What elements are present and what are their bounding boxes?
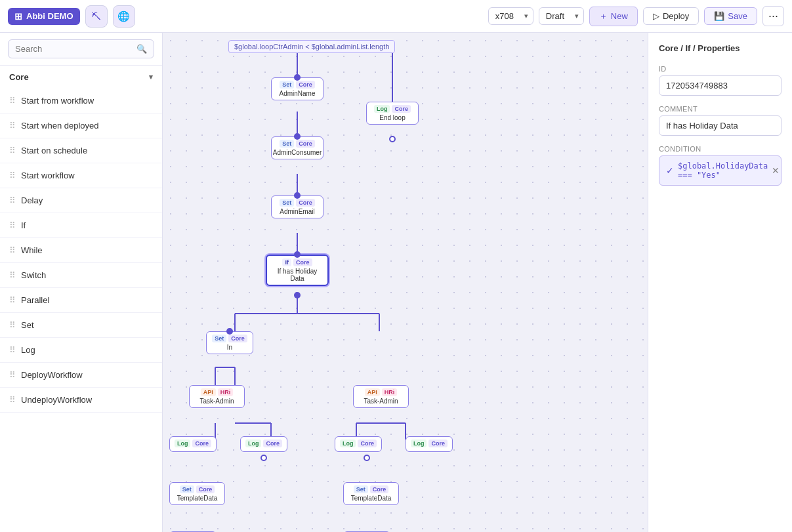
core-tag: Core (296, 140, 315, 148)
workflow-id-select[interactable]: x708 (488, 7, 533, 25)
core-section: Core ▾ ⠿ Start from workflow ⠿ Start whe… (0, 66, 162, 413)
log-node-1[interactable]: Log Core (169, 436, 217, 452)
right-panel: Core / If / Properties ID Comment Condit… (648, 33, 792, 532)
sidebar-item-label: Start when deployed (21, 121, 99, 131)
panel-comment-input[interactable] (659, 115, 782, 136)
search-icon: 🔍 (136, 44, 147, 54)
save-button[interactable]: 💾 Save (704, 7, 757, 25)
deploy-button[interactable]: ▷ Deploy (643, 7, 699, 25)
if-tag: If (282, 258, 291, 266)
set-templatedata-right-node[interactable]: Set Core TemplateData (343, 482, 399, 505)
sidebar-item-parallel[interactable]: ⠿ Parallel (0, 288, 162, 313)
new-button[interactable]: ＋ New (589, 7, 638, 26)
node-label: AdminName (279, 90, 315, 97)
more-button[interactable]: ··· (762, 6, 784, 26)
log-tag: Log (411, 440, 427, 447)
core-tag: Core (192, 440, 211, 447)
drag-handle-icon: ⠿ (9, 146, 16, 155)
globe-icon-btn[interactable]: 🌐 (113, 5, 135, 28)
log-endloop-node[interactable]: Log Core End loop (366, 102, 419, 125)
set-adminname-node[interactable]: Set Core AdminName (271, 77, 323, 100)
panel-id-label: ID (659, 65, 782, 73)
sidebar-item-start-on-schedule[interactable]: ⠿ Start on schedule (0, 138, 162, 163)
plus-icon: ＋ (599, 10, 608, 22)
sidebar-item-set[interactable]: ⠿ Set (0, 313, 162, 338)
logo[interactable]: ⊞ Abbi DEMO (8, 8, 80, 25)
set-adminemail-node[interactable]: Set Core AdminEmail (271, 195, 323, 218)
dot-connector (294, 133, 301, 140)
drag-handle-icon: ⠿ (9, 395, 16, 405)
dot-connector (294, 74, 301, 81)
set-templatedata-left-node[interactable]: Set Core TemplateData (169, 482, 225, 505)
dot-connector (226, 328, 233, 335)
node-label: End loop (379, 114, 405, 121)
sidebar-item-deploy-workflow[interactable]: ⠿ DeployWorkflow (0, 363, 162, 388)
sidebar-item-log[interactable]: ⠿ Log (0, 338, 162, 363)
api-task-admin-right-node[interactable]: API HRi Task-Admin (353, 385, 409, 408)
set-tag: Set (354, 485, 368, 493)
sidebar-item-label: Start on schedule (21, 146, 87, 155)
hri-tag: HRi (382, 388, 398, 396)
dot-connector-white-3 (364, 455, 370, 461)
drag-handle-icon: ⠿ (9, 121, 16, 131)
sidebar-item-switch[interactable]: ⠿ Switch (0, 263, 162, 288)
core-tag: Core (296, 81, 315, 89)
core-tag: Core (296, 199, 315, 207)
drag-handle-icon: ⠿ (9, 171, 16, 180)
if-holiday-data-node[interactable]: If Core If has Holiday Data (266, 255, 329, 286)
log-node-4[interactable]: Log Core (406, 436, 453, 452)
main-layout: 🔍 Core ▾ ⠿ Start from workflow ⠿ Start w… (0, 33, 792, 532)
log-tag: Log (340, 440, 356, 447)
sidebar-item-undeploy-workflow[interactable]: ⠿ UndeployWorkflow (0, 388, 162, 413)
node-label: AdminConsumer (273, 149, 322, 156)
set-tag: Set (180, 485, 194, 493)
sidebar-item-label: While (21, 245, 43, 255)
search-input[interactable] (15, 44, 133, 54)
panel-id-input[interactable] (659, 75, 782, 96)
set-tag: Set (212, 335, 226, 342)
node-label: Task-Admin (199, 398, 234, 405)
header-controls: x708 Draft ＋ New ▷ Deploy 💾 Save ··· (488, 6, 784, 26)
set-adminconsumer-node[interactable]: Set Core AdminConsumer (271, 136, 323, 159)
panel-condition-section: Condition ✓ $global.HolidayData=== "Yes"… (659, 145, 782, 186)
section-label: Core (9, 72, 29, 82)
drag-handle-icon: ⠿ (9, 345, 16, 355)
status-select-wrapper: Draft (539, 7, 584, 25)
sidebar-item-label: DeployWorkflow (21, 370, 83, 380)
node-label: If has Holiday Data (271, 268, 323, 282)
log-node-3[interactable]: Log Core (335, 436, 382, 452)
condition-text: $global.HolidayData=== "Yes" (678, 161, 768, 180)
node-label: In (227, 344, 232, 351)
sidebar-item-delay[interactable]: ⠿ Delay (0, 188, 162, 213)
api-task-admin-left-node[interactable]: API HRi Task-Admin (189, 385, 245, 408)
core-tag: Core (228, 335, 247, 342)
sidebar-item-if[interactable]: ⠿ If (0, 213, 162, 238)
status-select[interactable]: Draft (539, 7, 584, 25)
log-tag: Log (175, 440, 191, 447)
core-section-header[interactable]: Core ▾ (0, 66, 162, 89)
dot-connector (294, 292, 301, 298)
drag-handle-icon: ⠿ (9, 270, 16, 280)
log-tag: Log (374, 105, 390, 113)
sidebar-item-start-from-workflow[interactable]: ⠿ Start from workflow (0, 89, 162, 113)
panel-condition-label: Condition (659, 145, 782, 153)
dot-connector (294, 251, 301, 258)
search-input-wrap: 🔍 (8, 39, 154, 58)
panel-comment-section: Comment (659, 105, 782, 136)
close-condition-icon[interactable]: ✕ (772, 165, 780, 176)
workflow-canvas[interactable]: $global.loopCtrAdmin < $global.adminList… (163, 33, 648, 532)
workflow-icon-btn[interactable]: ⛏ (85, 5, 108, 28)
node-label: TemplateData (351, 495, 392, 502)
core-tag: Core (293, 258, 312, 266)
set-in-node[interactable]: Set Core In (206, 331, 253, 354)
sidebar-item-label: UndeployWorkflow (21, 395, 92, 405)
log-node-2[interactable]: Log Core (240, 436, 287, 452)
sidebar-item-label: Start from workflow (21, 96, 94, 106)
core-tag: Core (370, 485, 389, 493)
core-tag: Core (428, 440, 448, 447)
sidebar-item-start-when-deployed[interactable]: ⠿ Start when deployed (0, 113, 162, 138)
check-icon: ✓ (666, 165, 674, 176)
sidebar-item-while[interactable]: ⠿ While (0, 238, 162, 263)
sidebar-item-start-workflow[interactable]: ⠿ Start workflow (0, 163, 162, 188)
panel-id-section: ID (659, 65, 782, 96)
